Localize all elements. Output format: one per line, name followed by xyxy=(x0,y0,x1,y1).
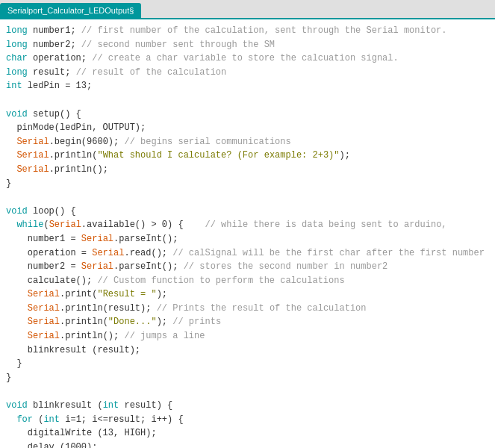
code-line-3: char operation; // create a char variabl… xyxy=(6,52,489,66)
code-line-24: blinkresult (result); xyxy=(6,343,489,358)
code-line-20: Serial.print("Result = "); xyxy=(6,287,489,302)
code-line-25: } xyxy=(6,357,489,371)
code-line-12: } xyxy=(6,177,489,191)
active-tab[interactable]: Serialport_Calculator_LEDOutput§ xyxy=(0,3,141,18)
code-line-26: } xyxy=(6,371,489,385)
tab-label: Serialport_Calculator_LEDOutput§ xyxy=(7,6,134,15)
code-line-6 xyxy=(6,93,489,108)
code-line-11: Serial.println(); xyxy=(6,163,489,177)
code-line-14: void loop() { xyxy=(6,205,489,219)
code-line-30: digitalWrite (13, HIGH); xyxy=(6,426,489,441)
code-editor: long number1; // first number of the cal… xyxy=(0,19,495,448)
code-line-22: Serial.println("Done..."); // prints xyxy=(6,315,489,329)
code-line-19: calculate(); // Custom function to perfo… xyxy=(6,274,489,288)
code-line-17: operation = Serial.read(); // calSignal … xyxy=(6,246,489,261)
tab-bar: Serialport_Calculator_LEDOutput§ xyxy=(0,0,495,19)
code-line-5: int ledPin = 13; xyxy=(6,79,489,93)
code-line-31: delay (1000); xyxy=(6,441,489,448)
code-line-8: pinMode(ledPin, OUTPUT); xyxy=(6,121,489,135)
code-line-21: Serial.println(result); // Prints the re… xyxy=(6,302,489,316)
code-line-4: long result; // result of the calculatio… xyxy=(6,66,489,80)
code-line-2: long number2; // second number sent thro… xyxy=(6,38,489,52)
code-line-29: for (int i=1; i<=result; i++) { xyxy=(6,413,489,427)
code-line-10: Serial.println("What should I calculate?… xyxy=(6,149,489,163)
code-line-16: number1 = Serial.parseInt(); xyxy=(6,232,489,246)
code-line-27 xyxy=(6,385,489,399)
code-line-28: void blinkresult (int result) { xyxy=(6,399,489,413)
code-line-15: while(Serial.available() > 0) { // while… xyxy=(6,218,489,232)
code-line-1: long number1; // first number of the cal… xyxy=(6,24,489,38)
code-line-13 xyxy=(6,190,489,205)
code-line-9: Serial.begin(9600); // begins serial com… xyxy=(6,135,489,149)
code-line-18: number2 = Serial.parseInt(); // stores t… xyxy=(6,260,489,274)
code-line-23: Serial.println(); // jumps a line xyxy=(6,329,489,343)
code-line-7: void setup() { xyxy=(6,108,489,122)
